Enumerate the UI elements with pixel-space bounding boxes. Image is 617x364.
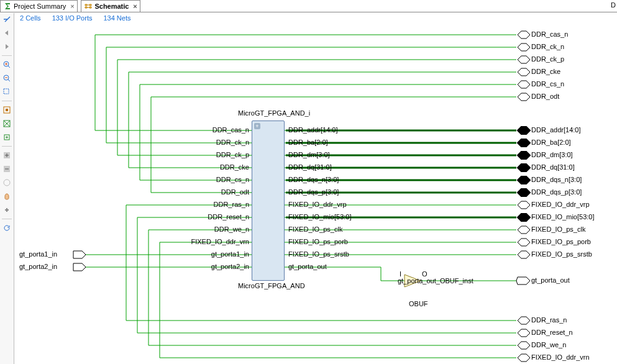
io-port-label: DDR_addr[14:0]	[531, 126, 581, 134]
block-microgt-fpga-and[interactable]: +	[252, 121, 285, 281]
block-cell-name: MicroGT_FPGA_AND	[238, 282, 305, 289]
info-cells[interactable]: 2 Cells	[20, 14, 41, 22]
svg-rect-4	[6, 109, 8, 111]
obuf-pin-out: O	[422, 270, 427, 278]
zoom-fit-icon[interactable]	[1, 104, 12, 116]
svg-marker-29	[518, 317, 530, 324]
port-label-left: DDR_reset_n	[175, 213, 249, 221]
io-port-label: DDR_dm[3:0]	[531, 151, 573, 158]
io-port-label: FIXED_IO_ps_clk	[531, 225, 585, 233]
port-label-left: gt_porta1_in	[175, 250, 249, 258]
obuf-instance-name: gt_porta_out_OBUF_inst	[398, 277, 473, 284]
plus2-icon[interactable]	[1, 204, 12, 216]
tab-label: Schematic	[94, 2, 131, 10]
outline-icon[interactable]	[1, 177, 12, 188]
panel-letter: D	[611, 1, 616, 9]
info-ports[interactable]: 133 I/O Ports	[52, 14, 93, 22]
io-port-label: DDR_dqs_p[3:0]	[531, 188, 582, 196]
tab-project-summary[interactable]: Project Summary ×	[0, 0, 78, 12]
svg-point-9	[4, 180, 10, 186]
pin-icon[interactable]	[1, 14, 12, 25]
io-port-label: FIXED_IO_ps_porb	[531, 238, 591, 245]
io-port-label: gt_porta1_in	[19, 250, 57, 258]
fit-icon[interactable]	[1, 118, 12, 129]
zoom-area-icon[interactable]	[1, 86, 12, 98]
obuf-pin-in: I	[400, 270, 401, 278]
tab-bar: Project Summary × Schematic × D	[0, 0, 617, 12]
io-port-label: FIXED_IO_ddr_vrn	[531, 353, 590, 361]
port-label-left: DDR_cas_n	[175, 126, 249, 134]
io-port-label: DDR_ck_n	[531, 43, 564, 50]
port-label-right: FIXED_IO_ps_porb	[288, 238, 348, 245]
io-port-label: DDR_cke	[531, 68, 560, 75]
svg-marker-19	[518, 164, 530, 171]
port-label-right: gt_porta_out	[288, 263, 327, 270]
svg-marker-31	[518, 342, 530, 349]
io-port-label: DDR_cs_n	[531, 80, 564, 88]
svg-marker-34	[73, 263, 86, 271]
io-port-label: DDR_odt	[531, 93, 559, 100]
io-port-label: FIXED_IO_ddr_vrp	[531, 201, 590, 208]
io-port-label: DDR_dq[31:0]	[531, 163, 575, 171]
svg-marker-22	[518, 201, 530, 209]
svg-marker-13	[518, 68, 530, 76]
port-label-left: DDR_cke	[175, 163, 249, 171]
svg-marker-12	[518, 56, 530, 63]
schematic-canvas[interactable]: + MicroGT_FPGA_AND_i MicroGT_FPGA_AND gt…	[14, 24, 617, 364]
svg-marker-30	[518, 329, 530, 337]
svg-marker-25	[518, 239, 530, 246]
port-label-right: DDR_addr[14:0]	[288, 126, 338, 134]
svg-marker-20	[518, 176, 530, 184]
port-label-left: DDR_ras_n	[175, 201, 249, 208]
info-nets[interactable]: 134 Nets	[103, 14, 130, 22]
port-label-left: DDR_odt	[175, 188, 249, 196]
obuf-cell-name: OBUF	[409, 300, 428, 307]
port-label-right: DDR_ba[2:0]	[288, 139, 328, 146]
arrow-right-icon[interactable]	[1, 41, 12, 52]
info-row: 2 Cells 133 I/O Ports 134 Nets	[15, 13, 617, 23]
io-port-label: DDR_cas_n	[531, 30, 568, 38]
svg-marker-23	[518, 214, 530, 221]
minus-icon[interactable]	[1, 163, 12, 175]
svg-marker-11	[518, 43, 530, 51]
port-label-left: DDR_cs_n	[175, 176, 249, 183]
svg-marker-28	[516, 277, 530, 284]
port-label-right: DDR_dm[3:0]	[288, 151, 330, 158]
svg-marker-14	[518, 81, 530, 88]
auto-fit-icon[interactable]	[1, 132, 12, 143]
close-icon[interactable]: ×	[68, 2, 76, 10]
arrow-left-icon[interactable]	[1, 27, 12, 39]
io-port-label: DDR_we_n	[531, 341, 566, 348]
plus-icon[interactable]	[1, 150, 12, 161]
svg-marker-15	[518, 93, 530, 101]
refresh-icon[interactable]	[1, 222, 12, 234]
io-port-label: DDR_ras_n	[531, 316, 567, 324]
io-port-label: FIXED_IO_ps_srstb	[531, 250, 592, 258]
port-label-left: DDR_ck_n	[175, 139, 249, 146]
block-instance-name: MicroGT_FPGA_AND_i	[238, 109, 310, 117]
zoom-out-icon[interactable]	[1, 73, 12, 84]
tab-schematic[interactable]: Schematic ×	[81, 0, 140, 12]
io-port-label: DDR_reset_n	[531, 329, 573, 336]
io-port-label: DDR_dqs_n[3:0]	[531, 176, 582, 183]
svg-marker-24	[518, 226, 530, 234]
svg-marker-16	[518, 127, 530, 134]
expand-icon[interactable]: +	[254, 123, 260, 129]
sigma-icon	[3, 2, 11, 11]
io-port-label: gt_porta2_in	[19, 263, 57, 270]
hand-icon[interactable]	[1, 191, 12, 202]
tab-label: Project Summary	[14, 2, 68, 10]
io-port-label: gt_porta_out	[531, 276, 570, 284]
port-label-right: DDR_dqs_n[3:0]	[288, 176, 339, 183]
port-label-right: DDR_dq[31:0]	[288, 163, 332, 171]
port-label-right: FIXED_IO_ps_clk	[288, 225, 342, 233]
svg-marker-33	[73, 251, 86, 258]
io-port-label: FIXED_IO_mio[53:0]	[531, 213, 595, 221]
close-icon[interactable]: ×	[131, 2, 139, 10]
port-label-left: DDR_ck_p	[175, 151, 249, 158]
left-toolbar	[0, 13, 14, 364]
port-label-left: DDR_we_n	[175, 225, 249, 233]
port-label-right: FIXED_IO_ps_srstb	[288, 250, 349, 258]
port-label-left: gt_porta2_in	[175, 263, 249, 270]
zoom-in-icon[interactable]	[1, 59, 12, 70]
